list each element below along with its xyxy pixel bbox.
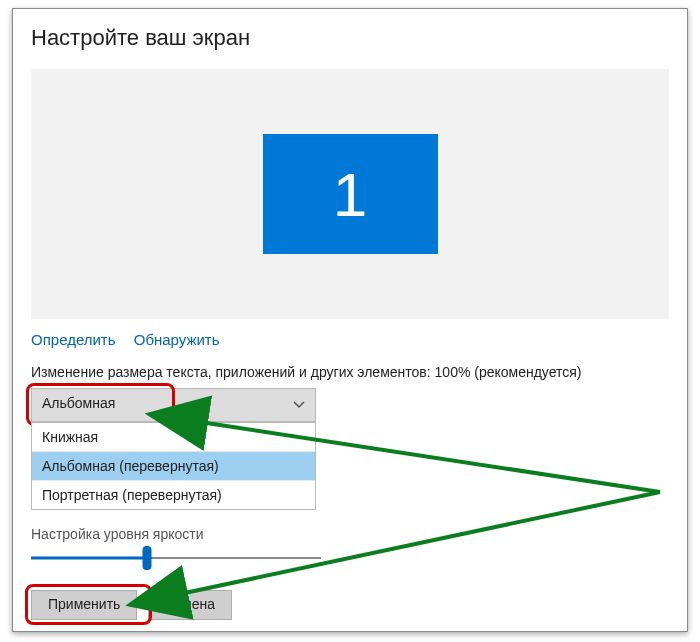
orientation-option[interactable]: Книжная bbox=[32, 423, 315, 452]
orientation-selected[interactable]: Альбомная bbox=[31, 388, 316, 422]
orientation-option[interactable]: Альбомная (перевернутая) bbox=[32, 452, 315, 481]
detect-link[interactable]: Обнаружить bbox=[134, 331, 220, 348]
orientation-selected-text: Альбомная bbox=[42, 395, 115, 411]
orientation-dropdown[interactable]: Альбомная Книжная Альбомная (перевернута… bbox=[31, 388, 316, 422]
apply-button[interactable]: Применить bbox=[31, 590, 137, 620]
orientation-options-list: Книжная Альбомная (перевернутая) Портрет… bbox=[31, 422, 316, 510]
display-links: Определить Обнаружить bbox=[31, 331, 669, 348]
monitor-tile-1[interactable]: 1 bbox=[263, 134, 438, 254]
scale-label: Изменение размера текста, приложений и д… bbox=[31, 364, 669, 380]
orientation-option[interactable]: Портретная (перевернутая) bbox=[32, 481, 315, 509]
chevron-down-icon bbox=[293, 401, 305, 409]
monitor-preview-area: 1 bbox=[31, 69, 669, 319]
brightness-slider[interactable] bbox=[31, 544, 321, 572]
slider-thumb[interactable] bbox=[143, 546, 152, 570]
monitor-number: 1 bbox=[333, 159, 367, 230]
settings-panel: Настройте ваш экран 1 Определить Обнаруж… bbox=[12, 8, 688, 632]
slider-fill bbox=[31, 557, 147, 560]
cancel-button[interactable]: Отмена bbox=[148, 590, 232, 620]
page-title: Настройте ваш экран bbox=[31, 25, 669, 51]
identify-link[interactable]: Определить bbox=[31, 331, 116, 348]
brightness-label: Настройка уровня яркости bbox=[31, 526, 669, 542]
action-buttons: Применить Отмена bbox=[31, 590, 261, 620]
